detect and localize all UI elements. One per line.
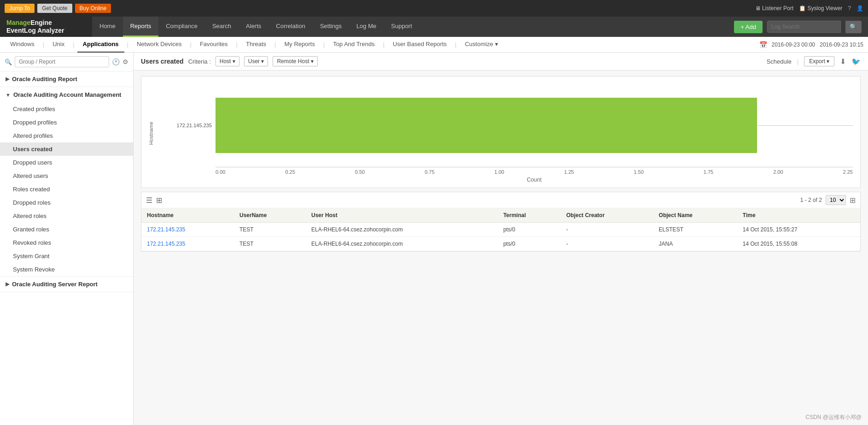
listener-port-link[interactable]: 🖥 Listener Port	[755, 5, 793, 12]
sub-nav-item-windows[interactable]: Windows	[5, 37, 40, 53]
sidebar-item-altered-users[interactable]: Altered users	[0, 169, 133, 183]
page-size-select[interactable]: 10 25 50	[826, 195, 846, 205]
table-cell-0[interactable]: 172.21.145.235	[141, 237, 234, 251]
log-search-button[interactable]: 🔍	[845, 21, 862, 33]
sidebar-section-0: ▶Oracle Auditing Report	[0, 71, 133, 87]
sidebar-item-dropped-roles[interactable]: Dropped roles	[0, 196, 133, 209]
sidebar-item-roles-created[interactable]: Roles created	[0, 183, 133, 196]
report-actions: Schedule | Export ▾ ⬇ 🐦	[767, 56, 861, 66]
nav-item-log-me[interactable]: Log Me	[349, 17, 384, 37]
table-toolbar: ☰ ⊞ 1 - 2 of 2 10 25 50 ⊞	[141, 192, 860, 208]
col-objectname: Object Name	[653, 208, 737, 223]
table-cell-6: 14 Oct 2015, 15:55:27	[737, 223, 860, 237]
table-cell-3: pts/0	[498, 223, 561, 237]
sidebar-item-revoked-roles[interactable]: Revoked roles	[0, 236, 133, 249]
sub-nav-item-top-and-trends[interactable]: Top And Trends	[327, 37, 380, 53]
sub-nav-right: 📅 2016-09-23 00:00 2016-09-23 10:15	[759, 41, 864, 48]
sidebar-item-system-grant[interactable]: System Grant	[0, 249, 133, 263]
nav-item-correlation[interactable]: Correlation	[268, 17, 313, 37]
sub-nav-divider: |	[274, 41, 277, 48]
table-cell-1: TEST	[234, 237, 306, 251]
table-cell-2: ELA-RHEL6-64.csez.zohocorpin.com	[306, 237, 498, 251]
chart-area: Hostname 172.21.145.235	[141, 76, 861, 188]
main-layout: 🔍 🕐 ⚙ ▶Oracle Auditing Report▼Oracle Aud…	[0, 53, 868, 425]
nav-item-settings[interactable]: Settings	[313, 17, 349, 37]
table-row: 172.21.145.235TESTELA-RHEL6-64.csez.zoho…	[141, 237, 860, 251]
settings-icon[interactable]: ⚙	[122, 58, 128, 65]
sub-nav-item-threats[interactable]: Threats	[240, 37, 272, 53]
nav-item-home[interactable]: Home	[92, 17, 123, 37]
nav-item-reports[interactable]: Reports	[123, 17, 159, 37]
logo: ManageEngine EventLog Analyzer	[6, 19, 64, 35]
sidebar-section-title-1: Oracle Auditing Account Management	[13, 91, 122, 98]
pagination-info: 1 - 2 of 2	[800, 197, 822, 203]
sidebar-section-arrow-0: ▶	[6, 76, 9, 82]
buy-online-button[interactable]: Buy Online	[75, 4, 111, 13]
date-from: 2016-09-23 00:00	[772, 41, 816, 48]
sub-nav-item-user-based-reports[interactable]: User Based Reports	[387, 37, 452, 53]
syslog-icon: 📋	[799, 5, 806, 12]
sidebar-section-2: ▶Oracle Auditing Server Report	[0, 277, 133, 292]
sidebar-section-title-2: Oracle Auditing Server Report	[12, 281, 98, 288]
sidebar-item-dropped-users[interactable]: Dropped users	[0, 156, 133, 169]
calendar-icon: 📅	[759, 41, 767, 48]
col-time: Time	[737, 208, 860, 223]
add-button[interactable]: + Add	[734, 21, 763, 33]
sub-nav-item-unix[interactable]: Unix	[47, 37, 70, 53]
user-icon[interactable]: 👤	[856, 5, 863, 12]
sub-nav-item-my-reports[interactable]: My Reports	[279, 37, 320, 53]
top-bar: Jump To Get Quote Buy Online 🖥 Listener …	[0, 0, 868, 17]
sidebar-search-input[interactable]	[15, 56, 109, 67]
get-quote-button[interactable]: Get Quote	[37, 4, 72, 13]
help-icon[interactable]: ?	[848, 5, 851, 12]
sidebar-section-header-2[interactable]: ▶Oracle Auditing Server Report	[0, 277, 133, 292]
criteria-remotehost-button[interactable]: Remote Host ▾	[273, 56, 317, 66]
table-cell-0[interactable]: 172.21.145.235	[141, 223, 234, 237]
sidebar-item-altered-profiles[interactable]: Altered profiles	[0, 129, 133, 142]
sidebar-section-title-0: Oracle Auditing Report	[12, 76, 77, 83]
sidebar-section-1: ▼Oracle Auditing Account ManagementCreat…	[0, 87, 133, 277]
sidebar-item-system-revoke[interactable]: System Revoke	[0, 263, 133, 276]
sub-nav-item-favourites[interactable]: Favourites	[194, 37, 233, 53]
sidebar-item-dropped-profiles[interactable]: Dropped profiles	[0, 116, 133, 129]
criteria-user-button[interactable]: User ▾	[244, 56, 268, 66]
share-icon[interactable]: 🐦	[851, 57, 861, 66]
sub-nav-item-customize[interactable]: Customize ▾	[459, 37, 503, 53]
table-body: 172.21.145.235TESTELA-RHEL6-64.csez.zoho…	[141, 223, 860, 251]
nav-item-compliance[interactable]: Compliance	[158, 17, 205, 37]
logo-area: ManageEngine EventLog Analyzer	[0, 17, 92, 37]
clock-icon[interactable]: 🕐	[112, 58, 120, 65]
sidebar-section-header-0[interactable]: ▶Oracle Auditing Report	[0, 71, 133, 87]
chart-x-label: Count	[216, 177, 853, 183]
sub-nav-divider: |	[454, 41, 457, 48]
report-header: Users created Criteria : Host ▾ User ▾ R…	[134, 53, 868, 71]
sub-nav-divider: |	[382, 41, 385, 48]
nav-bar: ManageEngine EventLog Analyzer HomeRepor…	[0, 17, 868, 37]
schedule-button[interactable]: Schedule	[767, 58, 792, 65]
export-table-icon[interactable]: ⊞	[850, 196, 856, 205]
sub-nav-item-applications[interactable]: Applications	[77, 37, 124, 53]
log-search-input[interactable]	[767, 21, 841, 33]
nav-item-support[interactable]: Support	[384, 17, 419, 37]
table-cell-1: TEST	[234, 223, 306, 237]
nav-item-alerts[interactable]: Alerts	[239, 17, 268, 37]
jump-to-button[interactable]: Jump To	[5, 4, 35, 13]
syslog-viewer-link[interactable]: 📋 Syslog Viewer	[799, 5, 842, 12]
nav-item-search[interactable]: Search	[205, 17, 239, 37]
sidebar-item-created-profiles[interactable]: Created profiles	[0, 102, 133, 116]
download-icon[interactable]: ⬇	[840, 57, 846, 66]
sidebar-content: ▶Oracle Auditing Report▼Oracle Auditing …	[0, 71, 133, 292]
criteria-label: Criteria :	[188, 58, 211, 65]
grid-view-icon[interactable]: ⊞	[156, 196, 162, 205]
sidebar-item-granted-roles[interactable]: Granted roles	[0, 223, 133, 236]
sidebar-item-users-created[interactable]: Users created	[0, 142, 133, 156]
col-username: UserName	[234, 208, 306, 223]
sub-nav-item-network-devices[interactable]: Network Devices	[131, 37, 187, 53]
export-button[interactable]: Export ▾	[804, 56, 834, 66]
table-cell-2: ELA-RHEL6-64.csez.zohocorpin.com	[306, 223, 498, 237]
criteria-host-button[interactable]: Host ▾	[216, 56, 239, 66]
list-view-icon[interactable]: ☰	[146, 196, 152, 205]
sidebar-item-altered-roles[interactable]: Altered roles	[0, 209, 133, 223]
sidebar-section-header-1[interactable]: ▼Oracle Auditing Account Management	[0, 87, 133, 102]
table-cell-5: JANA	[653, 237, 737, 251]
